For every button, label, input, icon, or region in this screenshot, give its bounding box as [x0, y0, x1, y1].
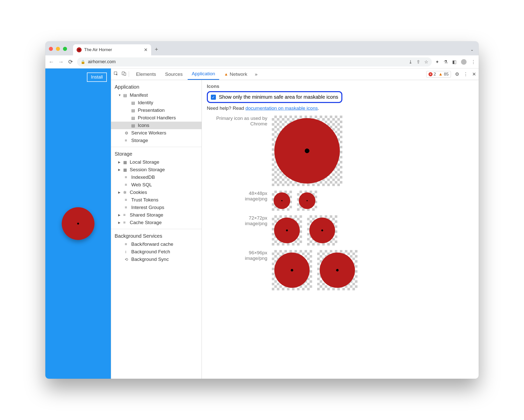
sidebar-item-storage[interactable]: ≡Storage [111, 137, 202, 144]
application-sidebar: Application ▼▤Manifest ▤Identity ▤Presen… [111, 80, 202, 379]
sidebar-item-websql[interactable]: ≡Web SQL [111, 181, 202, 189]
url-bar[interactable]: 🔒 airhorner.com ⤓ ⇧ ☆ [77, 57, 432, 66]
gear-icon: ⚙ [125, 131, 129, 135]
tab-network[interactable]: ▲Network [220, 68, 251, 80]
sidebar-item-identity[interactable]: ▤Identity [111, 99, 202, 107]
page-content: Install [45, 68, 111, 379]
share-icon[interactable]: ⇧ [416, 59, 420, 65]
profile-avatar[interactable] [461, 59, 467, 65]
browser-tab[interactable]: The Air Horner ✕ [73, 44, 151, 55]
checkbox-checked-icon[interactable]: ✓ [211, 95, 216, 100]
primary-icon-label: Primary icon as used by Chrome [207, 116, 267, 127]
sidebar-item-bg-fetch[interactable]: ↕Background Fetch [111, 248, 202, 256]
install-button[interactable]: Install [87, 73, 107, 82]
more-tabs-icon[interactable]: » [252, 72, 260, 77]
file-icon: ▤ [131, 116, 136, 120]
lock-icon: 🔒 [81, 60, 85, 64]
help-text: Need help? Read documentation on maskabl… [207, 106, 474, 111]
sidebar-item-interest-groups[interactable]: ≡Interest Groups [111, 204, 202, 211]
sidebar-item-presentation[interactable]: ▤Presentation [111, 107, 202, 114]
help-link[interactable]: documentation on maskable icons [245, 106, 318, 111]
close-tab-icon[interactable]: ✕ [144, 47, 148, 53]
sidebar-item-indexeddb[interactable]: ≡IndexedDB [111, 173, 202, 181]
updown-icon: ↕ [125, 250, 129, 254]
icon-preview [272, 191, 292, 211]
inspect-icon[interactable] [114, 71, 118, 77]
sidebar-item-shared-storage[interactable]: ▶≡Shared Storage [111, 211, 202, 219]
new-tab-button[interactable]: ＋ [154, 45, 159, 53]
favicon-icon [77, 47, 82, 52]
sidebar-item-protocol-handlers[interactable]: ▤Protocol Handlers [111, 114, 202, 122]
url-text: airhorner.com [88, 59, 116, 64]
devtools-menu-icon[interactable]: ⋮ [463, 71, 468, 77]
database-icon: ≡ [125, 183, 129, 187]
sidebar-item-bg-sync[interactable]: ⟲Background Sync [111, 256, 202, 263]
icon-preview-primary [272, 116, 342, 186]
file-icon: ▤ [131, 100, 136, 105]
settings-icon[interactable]: ⚙ [455, 71, 459, 77]
database-icon: ≡ [123, 220, 128, 225]
icon-preview [297, 191, 317, 211]
sidebar-item-icons[interactable]: ▤Icons [111, 122, 202, 129]
database-icon: ≡ [123, 213, 128, 217]
checkbox-label: Show only the minimum safe area for mask… [219, 94, 338, 100]
icon-preview [272, 250, 312, 290]
sidebar-item-bf-cache[interactable]: ≡Back/forward cache [111, 240, 202, 248]
sidebar-head-storage: Storage [111, 150, 202, 158]
maximize-window-icon[interactable] [63, 47, 67, 51]
console-status[interactable]: ✕2 ▲ 85 [426, 71, 451, 78]
sidebar-item-service-workers[interactable]: ⚙Service Workers [111, 129, 202, 137]
browser-window: The Air Horner ✕ ＋ ⌄ ← → ⟳ 🔒 airhorner.c… [45, 41, 479, 379]
sidebar-item-trust-tokens[interactable]: ≡Trust Tokens [111, 196, 202, 204]
devtools-panel: Elements Sources Application ▲Network » … [111, 68, 479, 379]
sidebar-item-session-storage[interactable]: ▶▦Session Storage [111, 166, 202, 173]
titlebar: The Air Horner ✕ ＋ ⌄ [45, 41, 479, 55]
close-devtools-icon[interactable]: ✕ [472, 71, 476, 77]
database-icon: ≡ [125, 198, 129, 202]
maskable-checkbox-row[interactable]: ✓ Show only the minimum safe area for ma… [207, 91, 342, 103]
file-icon: ▤ [131, 123, 136, 128]
icon-row-label: 72×72px image/png [207, 215, 267, 226]
devtools-tabbar: Elements Sources Application ▲Network » … [111, 68, 479, 80]
close-window-icon[interactable] [49, 47, 53, 51]
sidebar-item-local-storage[interactable]: ▶▦Local Storage [111, 158, 202, 166]
sidepanel-icon[interactable]: ◧ [452, 59, 456, 65]
grid-icon: ▦ [123, 160, 128, 165]
tabs-dropdown-icon[interactable]: ⌄ [470, 47, 474, 52]
sidebar-item-cache-storage[interactable]: ▶≡Cache Storage [111, 219, 202, 226]
file-icon: ▤ [131, 108, 136, 113]
reload-button[interactable]: ⟳ [68, 59, 74, 65]
database-icon: ≡ [125, 175, 129, 180]
icon-preview [307, 215, 337, 246]
labs-icon[interactable]: ⚗ [444, 59, 448, 65]
database-icon: ≡ [125, 205, 129, 210]
browser-toolbar: ← → ⟳ 🔒 airhorner.com ⤓ ⇧ ☆ ✦ ⚗ ◧ ⋮ [45, 55, 479, 68]
grid-icon: ▦ [123, 167, 128, 172]
minimize-window-icon[interactable] [56, 47, 60, 51]
sidebar-item-cookies[interactable]: ▶✲Cookies [111, 189, 202, 196]
back-button[interactable]: ← [48, 59, 54, 65]
install-app-icon[interactable]: ⤓ [409, 59, 412, 65]
device-toggle-icon[interactable] [122, 71, 126, 77]
tab-sources[interactable]: Sources [161, 68, 187, 80]
icon-preview [317, 250, 357, 290]
icon-row-label: 48×48px image/png [207, 191, 267, 202]
bookmark-icon[interactable]: ☆ [424, 59, 428, 65]
browser-menu-icon[interactable]: ⋮ [471, 59, 476, 65]
airhorn-button[interactable] [62, 207, 94, 240]
sidebar-head-bg-services: Background Services [111, 232, 202, 240]
section-title: Icons [207, 84, 474, 89]
sidebar-head-application: Application [111, 83, 202, 91]
database-icon: ≡ [125, 242, 129, 247]
application-main: Icons ✓ Show only the minimum safe area … [202, 80, 479, 379]
tab-application[interactable]: Application [188, 68, 219, 80]
tab-elements[interactable]: Elements [132, 68, 160, 80]
tab-title: The Air Horner [84, 47, 112, 52]
cookie-icon: ✲ [123, 190, 128, 195]
forward-button[interactable]: → [58, 59, 64, 65]
extensions-icon[interactable]: ✦ [435, 59, 439, 65]
icon-row-label: 96×96px image/png [207, 250, 267, 261]
sidebar-item-manifest[interactable]: ▼▤Manifest [111, 91, 202, 99]
icon-preview [272, 215, 302, 246]
window-controls [49, 47, 67, 51]
